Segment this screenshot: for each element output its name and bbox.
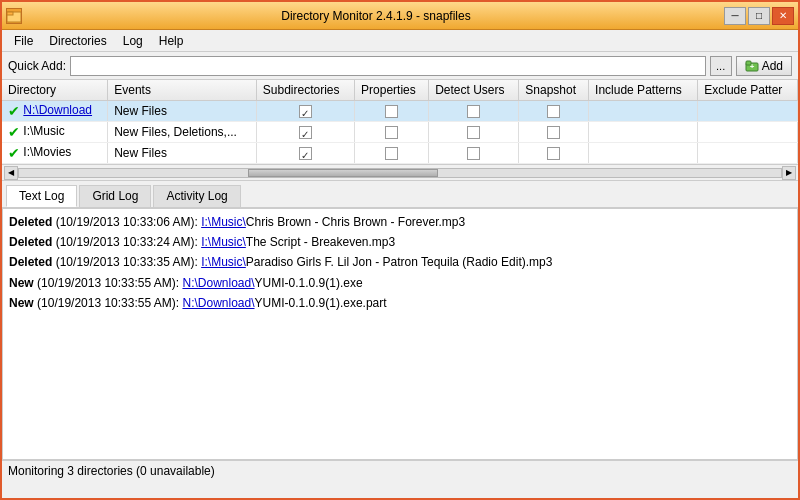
window-controls[interactable]: ─ □ ✕ [724,7,794,25]
browse-button[interactable]: ... [710,56,732,76]
maximize-button[interactable]: □ [748,7,770,25]
directory-table-container: Directory Events Subdirectories Properti… [2,80,798,165]
log-timestamp: (10/19/2013 10:33:24 AM): [56,235,201,249]
subdirectories-cell [256,122,354,143]
log-type: New [9,296,34,310]
app-icon [6,8,22,24]
tab-text-log[interactable]: Text Log [6,185,77,207]
tab-activity-log[interactable]: Activity Log [153,185,240,207]
log-type: Deleted [9,215,52,229]
include-patterns-cell [589,101,698,122]
log-tabs: Text Log Grid Log Activity Log [2,181,798,208]
status-bar: Monitoring 3 directories (0 unavailable) [2,460,798,480]
title-bar: Directory Monitor 2.4.1.9 - snapfiles ─ … [2,2,798,30]
menu-help[interactable]: Help [151,32,192,50]
log-path-link[interactable]: I:\Music\ [201,215,246,229]
quick-add-label: Quick Add: [8,59,66,73]
snapshot-checkbox[interactable] [547,105,560,118]
log-path-link[interactable]: I:\Music\ [201,235,246,249]
log-timestamp: (10/19/2013 10:33:55 AM): [37,276,182,290]
menu-bar: File Directories Log Help [2,30,798,52]
properties-checkbox[interactable] [385,105,398,118]
log-path-link[interactable]: N:\Download\ [182,296,254,310]
log-path-link[interactable]: N:\Download\ [182,276,254,290]
log-filename: The Script - Breakeven.mp3 [246,235,395,249]
detect-users-cell [429,122,519,143]
snapshot-cell [519,143,589,164]
detect-users-checkbox[interactable] [467,126,480,139]
col-directory: Directory [2,80,108,101]
log-entry: Deleted (10/19/2013 10:33:24 AM): I:\Mus… [9,233,791,252]
log-timestamp: (10/19/2013 10:33:55 AM): [37,296,182,310]
events-cell: New Files [108,101,257,122]
status-icon: ✔ [8,124,20,140]
table-row[interactable]: ✔ I:\Movies New Files [2,143,798,164]
subdirectories-checkbox[interactable] [299,147,312,160]
detect-users-checkbox[interactable] [467,147,480,160]
log-filename: YUMI-0.1.0.9(1).exe.part [255,296,387,310]
minimize-button[interactable]: ─ [724,7,746,25]
dir-cell: ✔ I:\Music [2,122,108,143]
subdirectories-cell [256,143,354,164]
scroll-left-button[interactable]: ◀ [4,166,18,180]
properties-checkbox[interactable] [385,147,398,160]
subdirectories-checkbox[interactable] [299,126,312,139]
tab-grid-log[interactable]: Grid Log [79,185,151,207]
snapshot-cell [519,101,589,122]
col-include-patterns: Include Patterns [589,80,698,101]
menu-log[interactable]: Log [115,32,151,50]
add-button[interactable]: + Add [736,56,792,76]
dir-path: I:\Music [23,124,64,138]
log-type: Deleted [9,255,52,269]
menu-file[interactable]: File [6,32,41,50]
col-events: Events [108,80,257,101]
col-detect-users: Detect Users [429,80,519,101]
svg-text:+: + [749,62,754,71]
horizontal-scrollbar[interactable]: ◀ ▶ [2,165,798,181]
detect-users-cell [429,101,519,122]
snapshot-checkbox[interactable] [547,126,560,139]
events-cell: New Files [108,143,257,164]
dir-cell: ✔ I:\Movies [2,143,108,164]
properties-checkbox[interactable] [385,126,398,139]
status-text: Monitoring 3 directories (0 unavailable) [8,464,215,478]
scrollbar-thumb[interactable] [248,169,439,177]
quick-add-bar: Quick Add: ... + Add [2,52,798,80]
log-filename: YUMI-0.1.0.9(1).exe [255,276,363,290]
log-path-link[interactable]: I:\Music\ [201,255,246,269]
log-timestamp: (10/19/2013 10:33:35 AM): [56,255,201,269]
exclude-patterns-cell [698,101,798,122]
exclude-patterns-cell [698,143,798,164]
log-filename: Paradiso Girls F. Lil Jon - Patron Tequi… [246,255,553,269]
directory-table: Directory Events Subdirectories Properti… [2,80,798,164]
log-type: Deleted [9,235,52,249]
log-entry: Deleted (10/19/2013 10:33:35 AM): I:\Mus… [9,253,791,272]
detect-users-cell [429,143,519,164]
scrollbar-track[interactable] [18,168,782,178]
status-icon: ✔ [8,145,20,161]
detect-users-checkbox[interactable] [467,105,480,118]
properties-cell [355,101,429,122]
properties-cell [355,122,429,143]
table-row[interactable]: ✔ I:\Music New Files, Deletions,... [2,122,798,143]
events-cell: New Files, Deletions,... [108,122,257,143]
close-button[interactable]: ✕ [772,7,794,25]
scroll-right-button[interactable]: ▶ [782,166,796,180]
quick-add-input[interactable] [70,56,706,76]
add-label: Add [762,59,783,73]
log-entry: New (10/19/2013 10:33:55 AM): N:\Downloa… [9,294,791,313]
window-title: Directory Monitor 2.4.1.9 - snapfiles [28,9,724,23]
menu-directories[interactable]: Directories [41,32,114,50]
snapshot-checkbox[interactable] [547,147,560,160]
log-type: New [9,276,34,290]
snapshot-cell [519,122,589,143]
table-row[interactable]: ✔ N:\Download New Files [2,101,798,122]
include-patterns-cell [589,143,698,164]
log-entry: Deleted (10/19/2013 10:33:06 AM): I:\Mus… [9,213,791,232]
include-patterns-cell [589,122,698,143]
subdirectories-checkbox[interactable] [299,105,312,118]
properties-cell [355,143,429,164]
log-section: Text Log Grid Log Activity Log Deleted (… [2,181,798,460]
status-icon: ✔ [8,103,20,119]
dir-path: I:\Movies [23,145,71,159]
